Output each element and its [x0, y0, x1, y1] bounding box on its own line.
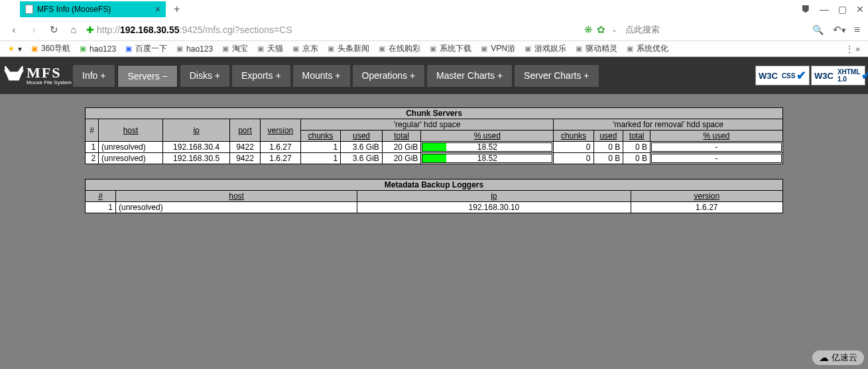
- cloud-icon: ☁: [819, 352, 829, 364]
- cell-host: (unresolved): [116, 202, 357, 213]
- w3c-xhtml-badge[interactable]: W3C XHTML1.0 ✔: [811, 66, 865, 85]
- bookmark-icon: ▣: [291, 44, 300, 54]
- bookmark-icon: ▣: [221, 44, 230, 54]
- bookmark-icon: ▣: [574, 44, 584, 54]
- col-r-pused: % used: [421, 131, 554, 142]
- new-tab-button[interactable]: +: [174, 3, 180, 15]
- back-button[interactable]: ‹: [6, 22, 22, 38]
- w3c-badges: W3C CSS ✔ W3C XHTML1.0 ✔: [755, 66, 865, 85]
- bookmark-icon: ▣: [479, 44, 489, 54]
- nav-tab[interactable]: Servers −: [117, 65, 177, 87]
- bookmark-item[interactable]: ▣头条新闻: [324, 43, 372, 54]
- chunk-title: Chunk Servers: [86, 108, 783, 119]
- bookmark-label: 系统优化: [637, 43, 668, 54]
- table-row: 1 (unresolved) 192.168.30.10 1.6.27: [86, 202, 783, 213]
- bookmark-label: 驱动精灵: [586, 43, 617, 54]
- search-input[interactable]: [621, 23, 807, 37]
- col-m-total: total: [623, 131, 651, 142]
- cell-m-chunks: 0: [554, 153, 593, 164]
- star-icon[interactable]: ★▾: [4, 44, 25, 54]
- tab-title: MFS Info (MooseFS): [37, 5, 111, 14]
- bookmark-icon: ▣: [377, 44, 387, 54]
- w3c-text: W3C: [756, 70, 780, 82]
- security-shield-icon[interactable]: ✚: [86, 25, 94, 35]
- col-m-used: used: [593, 131, 623, 142]
- mcol-ip: ip: [357, 191, 631, 202]
- cell-num: 1: [86, 142, 99, 153]
- bookmarks-more[interactable]: ⋮ »: [841, 44, 864, 54]
- col-group-regular: 'regular' hdd space: [300, 119, 553, 131]
- cell-m-total: 0 B: [623, 142, 651, 153]
- nav-tab[interactable]: Mounts +: [293, 65, 350, 87]
- col-m-chunks: chunks: [554, 131, 593, 142]
- cell-num: 2: [86, 153, 99, 164]
- nav-tab[interactable]: Master Charts +: [427, 65, 512, 87]
- metadata-loggers-table: Metadata Backup Loggers # host ip versio…: [85, 179, 783, 213]
- cell-m-used: 0 B: [593, 142, 623, 153]
- forward-button[interactable]: ›: [26, 22, 42, 38]
- bookmark-item[interactable]: ▣驱动精灵: [572, 43, 620, 54]
- bookmark-item[interactable]: ▣天猫: [253, 43, 286, 54]
- bookmark-label: 淘宝: [232, 43, 248, 54]
- minimize-icon[interactable]: —: [820, 4, 829, 15]
- nav-tab[interactable]: Operations +: [353, 65, 425, 87]
- bookmark-item[interactable]: ▣游戏娱乐: [521, 43, 569, 54]
- cell-ip: 192.168.30.10: [357, 202, 631, 213]
- xhtml-text: XHTML1.0: [836, 67, 861, 84]
- table-row: 1 (unresolved) 192.168.30.4 9422 1.6.27 …: [86, 142, 783, 153]
- cell-port: 9422: [230, 142, 261, 153]
- address-bar: ‹ › ↻ ⌂ ✚ http://192.168.30.55:9425/mfs.…: [0, 19, 868, 41]
- bookmark-item[interactable]: ▣hao123: [76, 43, 119, 54]
- cell-version: 1.6.27: [260, 142, 300, 153]
- url-display[interactable]: http://192.168.30.55:9425/mfs.cgi?sectio…: [97, 25, 292, 35]
- bookmarks-bar: ★▾ ▣360导航▣hao123▣百度一下▣hao123▣淘宝▣天猫▣京东▣头条…: [0, 41, 868, 57]
- search-icon[interactable]: 🔍: [812, 25, 824, 35]
- table-row: 2 (unresolved) 192.168.30.5 9422 1.6.27 …: [86, 153, 783, 164]
- nav-tab[interactable]: Info +: [73, 65, 115, 87]
- home-button[interactable]: ⌂: [66, 22, 82, 38]
- mcol-num: #: [86, 191, 116, 202]
- dropdown-icon[interactable]: ⌄: [611, 25, 617, 34]
- bookmark-item[interactable]: ▣京东: [288, 43, 321, 54]
- close-tab-icon[interactable]: ×: [155, 4, 160, 15]
- bookmark-label: 头条新闻: [338, 43, 369, 54]
- bookmark-item[interactable]: ▣百度一下: [121, 43, 170, 54]
- bookmark-item[interactable]: ▣VPN游: [477, 43, 518, 54]
- eco-icon-1[interactable]: ❋: [584, 24, 593, 36]
- eco-icon-2[interactable]: ✿: [597, 24, 605, 36]
- col-num: #: [86, 119, 99, 142]
- bookmark-icon: ▣: [30, 44, 39, 54]
- watermark: ☁ 亿速云: [812, 350, 864, 365]
- bookmark-item[interactable]: ▣系统下载: [426, 43, 474, 54]
- undo-button[interactable]: ↶▾: [833, 24, 846, 36]
- nav-tab[interactable]: Disks +: [180, 65, 229, 87]
- reload-button[interactable]: ↻: [46, 22, 62, 38]
- cell-port: 9422: [230, 153, 261, 164]
- app-header: MFS Moose File System Info +Servers −Dis…: [0, 57, 868, 94]
- col-m-pused: % used: [651, 131, 783, 142]
- bookmark-item[interactable]: ▣系统优化: [623, 43, 671, 54]
- bookmark-item[interactable]: ▣hao123: [172, 43, 216, 54]
- maximize-icon[interactable]: ▢: [838, 4, 847, 15]
- mcol-version: version: [631, 191, 782, 202]
- cell-version: 1.6.27: [631, 202, 782, 213]
- shield-icon[interactable]: ⛊: [801, 4, 810, 15]
- cell-r-chunks: 1: [300, 142, 340, 153]
- check-icon: ✔: [796, 68, 806, 83]
- w3c-css-badge[interactable]: W3C CSS ✔: [755, 66, 810, 85]
- bookmark-item[interactable]: ▣360导航: [27, 43, 73, 54]
- browser-tab[interactable]: MFS Info (MooseFS) ×: [20, 1, 166, 17]
- chunk-servers-table: Chunk Servers # host ip port version 're…: [85, 107, 783, 164]
- bookmark-item[interactable]: ▣在线购彩: [375, 43, 423, 54]
- close-window-icon[interactable]: ✕: [856, 4, 864, 15]
- nav-tab[interactable]: Exports +: [232, 65, 290, 87]
- url-rest: :9425/mfs.cgi?sections=CS: [180, 25, 292, 35]
- nav-tab[interactable]: Server Charts +: [515, 65, 598, 87]
- cell-host: (unresolved): [99, 153, 163, 164]
- menu-icon[interactable]: ≡: [854, 24, 860, 36]
- metadata-loggers-table-wrap: Metadata Backup Loggers # host ip versio…: [85, 179, 783, 213]
- url-prefix: http://: [97, 25, 120, 35]
- bookmark-label: 百度一下: [135, 43, 167, 54]
- page-content: Chunk Servers # host ip port version 're…: [0, 94, 868, 241]
- bookmark-item[interactable]: ▣淘宝: [218, 43, 251, 54]
